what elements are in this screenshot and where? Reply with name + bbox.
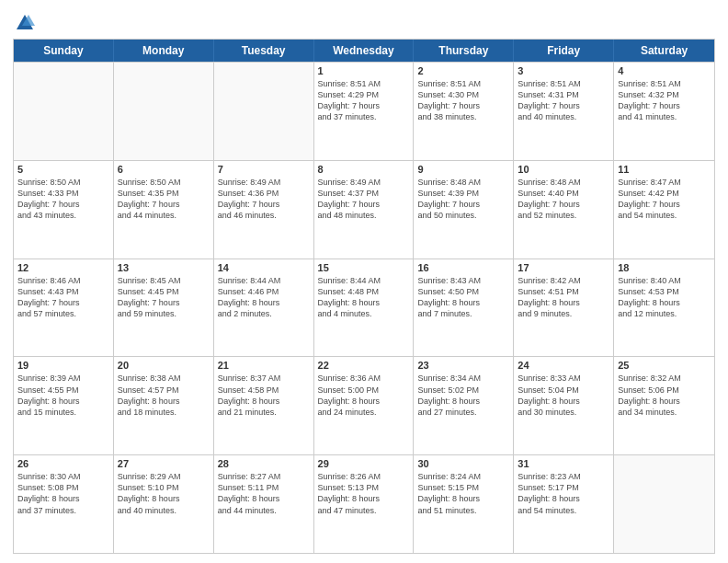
day-number: 18 bbox=[618, 262, 711, 273]
day-cell: 27Sunrise: 8:29 AM Sunset: 5:10 PM Dayli… bbox=[114, 455, 214, 553]
day-number: 17 bbox=[518, 262, 609, 273]
day-number: 31 bbox=[518, 458, 609, 469]
day-number: 15 bbox=[318, 262, 410, 273]
day-cell: 21Sunrise: 8:37 AM Sunset: 4:58 PM Dayli… bbox=[214, 357, 314, 454]
day-info: Sunrise: 8:51 AM Sunset: 4:31 PM Dayligh… bbox=[518, 78, 609, 123]
day-cell: 1Sunrise: 8:51 AM Sunset: 4:29 PM Daylig… bbox=[314, 63, 415, 160]
page: SundayMondayTuesdayWednesdayThursdayFrid… bbox=[0, 0, 728, 563]
day-number: 29 bbox=[318, 458, 410, 469]
day-header-tuesday: Tuesday bbox=[214, 40, 314, 62]
week-row-4: 26Sunrise: 8:30 AM Sunset: 5:08 PM Dayli… bbox=[14, 454, 714, 553]
day-info: Sunrise: 8:32 AM Sunset: 5:06 PM Dayligh… bbox=[618, 373, 711, 418]
day-info: Sunrise: 8:45 AM Sunset: 4:45 PM Dayligh… bbox=[118, 275, 210, 320]
week-row-0: 1Sunrise: 8:51 AM Sunset: 4:29 PM Daylig… bbox=[14, 62, 714, 160]
day-cell: 4Sunrise: 8:51 AM Sunset: 4:32 PM Daylig… bbox=[614, 63, 714, 160]
day-cell: 2Sunrise: 8:51 AM Sunset: 4:30 PM Daylig… bbox=[414, 63, 514, 160]
calendar: SundayMondayTuesdayWednesdayThursdayFrid… bbox=[13, 39, 715, 554]
day-number: 20 bbox=[118, 360, 210, 371]
day-number: 1 bbox=[318, 65, 410, 76]
day-cell: 23Sunrise: 8:34 AM Sunset: 5:02 PM Dayli… bbox=[414, 357, 514, 454]
day-info: Sunrise: 8:47 AM Sunset: 4:42 PM Dayligh… bbox=[618, 177, 711, 222]
day-number: 3 bbox=[518, 65, 609, 76]
day-info: Sunrise: 8:43 AM Sunset: 4:50 PM Dayligh… bbox=[417, 275, 509, 320]
day-number: 14 bbox=[218, 262, 310, 273]
logo-icon bbox=[15, 13, 35, 33]
day-info: Sunrise: 8:26 AM Sunset: 5:13 PM Dayligh… bbox=[318, 471, 410, 516]
day-cell: 18Sunrise: 8:40 AM Sunset: 4:53 PM Dayli… bbox=[614, 259, 714, 357]
day-cell bbox=[614, 455, 714, 553]
day-number: 13 bbox=[118, 262, 210, 273]
day-info: Sunrise: 8:39 AM Sunset: 4:55 PM Dayligh… bbox=[17, 373, 109, 418]
day-info: Sunrise: 8:29 AM Sunset: 5:10 PM Dayligh… bbox=[118, 471, 210, 516]
day-info: Sunrise: 8:24 AM Sunset: 5:15 PM Dayligh… bbox=[417, 471, 509, 516]
day-header-friday: Friday bbox=[514, 40, 614, 62]
day-info: Sunrise: 8:42 AM Sunset: 4:51 PM Dayligh… bbox=[518, 275, 609, 320]
day-info: Sunrise: 8:23 AM Sunset: 5:17 PM Dayligh… bbox=[518, 471, 609, 516]
week-row-1: 5Sunrise: 8:50 AM Sunset: 4:33 PM Daylig… bbox=[14, 160, 714, 259]
day-number: 16 bbox=[417, 262, 509, 273]
day-number: 6 bbox=[118, 164, 210, 175]
day-cell: 31Sunrise: 8:23 AM Sunset: 5:17 PM Dayli… bbox=[514, 455, 614, 553]
day-cell: 10Sunrise: 8:48 AM Sunset: 4:40 PM Dayli… bbox=[514, 161, 614, 259]
day-cell: 19Sunrise: 8:39 AM Sunset: 4:55 PM Dayli… bbox=[14, 357, 114, 454]
day-cell: 3Sunrise: 8:51 AM Sunset: 4:31 PM Daylig… bbox=[514, 63, 614, 160]
day-cell: 13Sunrise: 8:45 AM Sunset: 4:45 PM Dayli… bbox=[114, 259, 214, 357]
day-cell: 8Sunrise: 8:49 AM Sunset: 4:37 PM Daylig… bbox=[314, 161, 415, 259]
day-header-saturday: Saturday bbox=[614, 40, 714, 62]
day-cell: 7Sunrise: 8:49 AM Sunset: 4:36 PM Daylig… bbox=[214, 161, 314, 259]
day-cell: 16Sunrise: 8:43 AM Sunset: 4:50 PM Dayli… bbox=[414, 259, 514, 357]
day-info: Sunrise: 8:36 AM Sunset: 5:00 PM Dayligh… bbox=[318, 373, 410, 418]
day-number: 30 bbox=[417, 458, 509, 469]
day-cell: 22Sunrise: 8:36 AM Sunset: 5:00 PM Dayli… bbox=[314, 357, 415, 454]
day-header-monday: Monday bbox=[114, 40, 214, 62]
day-cell bbox=[214, 63, 314, 160]
day-info: Sunrise: 8:44 AM Sunset: 4:48 PM Dayligh… bbox=[318, 275, 410, 320]
day-info: Sunrise: 8:51 AM Sunset: 4:29 PM Dayligh… bbox=[318, 78, 410, 123]
header bbox=[13, 9, 715, 33]
day-number: 27 bbox=[118, 458, 210, 469]
day-cell: 11Sunrise: 8:47 AM Sunset: 4:42 PM Dayli… bbox=[614, 161, 714, 259]
day-info: Sunrise: 8:48 AM Sunset: 4:39 PM Dayligh… bbox=[417, 177, 509, 222]
day-number: 25 bbox=[618, 360, 711, 371]
day-cell: 25Sunrise: 8:32 AM Sunset: 5:06 PM Dayli… bbox=[614, 357, 714, 454]
day-cell: 9Sunrise: 8:48 AM Sunset: 4:39 PM Daylig… bbox=[414, 161, 514, 259]
day-number: 11 bbox=[618, 164, 711, 175]
day-cell: 24Sunrise: 8:33 AM Sunset: 5:04 PM Dayli… bbox=[514, 357, 614, 454]
day-number: 26 bbox=[17, 458, 109, 469]
day-cell: 30Sunrise: 8:24 AM Sunset: 5:15 PM Dayli… bbox=[414, 455, 514, 553]
day-number: 24 bbox=[518, 360, 609, 371]
day-number: 7 bbox=[218, 164, 310, 175]
day-number: 12 bbox=[17, 262, 109, 273]
day-header-sunday: Sunday bbox=[14, 40, 114, 62]
day-cell: 12Sunrise: 8:46 AM Sunset: 4:43 PM Dayli… bbox=[14, 259, 114, 357]
day-info: Sunrise: 8:27 AM Sunset: 5:11 PM Dayligh… bbox=[218, 471, 310, 516]
day-number: 28 bbox=[218, 458, 310, 469]
day-cell bbox=[114, 63, 214, 160]
day-number: 10 bbox=[518, 164, 609, 175]
day-info: Sunrise: 8:49 AM Sunset: 4:36 PM Dayligh… bbox=[218, 177, 310, 222]
day-number: 9 bbox=[417, 164, 509, 175]
day-cell: 15Sunrise: 8:44 AM Sunset: 4:48 PM Dayli… bbox=[314, 259, 415, 357]
day-cell: 26Sunrise: 8:30 AM Sunset: 5:08 PM Dayli… bbox=[14, 455, 114, 553]
day-info: Sunrise: 8:34 AM Sunset: 5:02 PM Dayligh… bbox=[417, 373, 509, 418]
day-number: 19 bbox=[17, 360, 109, 371]
day-number: 2 bbox=[417, 65, 509, 76]
day-cell: 5Sunrise: 8:50 AM Sunset: 4:33 PM Daylig… bbox=[14, 161, 114, 259]
day-info: Sunrise: 8:44 AM Sunset: 4:46 PM Dayligh… bbox=[218, 275, 310, 320]
week-row-3: 19Sunrise: 8:39 AM Sunset: 4:55 PM Dayli… bbox=[14, 356, 714, 454]
day-headers: SundayMondayTuesdayWednesdayThursdayFrid… bbox=[14, 40, 714, 62]
day-header-wednesday: Wednesday bbox=[314, 40, 415, 62]
day-info: Sunrise: 8:33 AM Sunset: 5:04 PM Dayligh… bbox=[518, 373, 609, 418]
day-cell: 6Sunrise: 8:50 AM Sunset: 4:35 PM Daylig… bbox=[114, 161, 214, 259]
day-info: Sunrise: 8:46 AM Sunset: 4:43 PM Dayligh… bbox=[17, 275, 109, 320]
day-info: Sunrise: 8:50 AM Sunset: 4:35 PM Dayligh… bbox=[118, 177, 210, 222]
day-cell: 20Sunrise: 8:38 AM Sunset: 4:57 PM Dayli… bbox=[114, 357, 214, 454]
day-cell: 14Sunrise: 8:44 AM Sunset: 4:46 PM Dayli… bbox=[214, 259, 314, 357]
calendar-body: 1Sunrise: 8:51 AM Sunset: 4:29 PM Daylig… bbox=[14, 62, 714, 553]
day-info: Sunrise: 8:51 AM Sunset: 4:32 PM Dayligh… bbox=[618, 78, 711, 123]
logo bbox=[13, 13, 35, 33]
day-info: Sunrise: 8:49 AM Sunset: 4:37 PM Dayligh… bbox=[318, 177, 410, 222]
day-cell: 29Sunrise: 8:26 AM Sunset: 5:13 PM Dayli… bbox=[314, 455, 415, 553]
day-cell: 17Sunrise: 8:42 AM Sunset: 4:51 PM Dayli… bbox=[514, 259, 614, 357]
day-number: 8 bbox=[318, 164, 410, 175]
